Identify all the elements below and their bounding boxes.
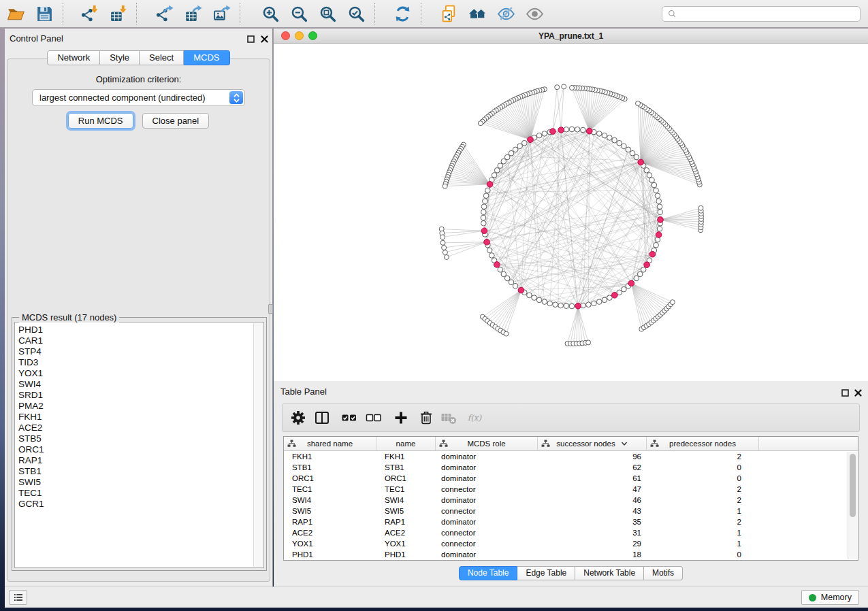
cell-mcds-role: dominator bbox=[436, 496, 538, 504]
add-column-button[interactable] bbox=[393, 410, 409, 426]
optimization-value: largest connected component (undirected) bbox=[39, 93, 206, 103]
table-tab-motifs[interactable]: Motifs bbox=[644, 566, 683, 580]
import-table-button[interactable] bbox=[103, 3, 132, 24]
table-row[interactable]: RAP1RAP1dominator352 bbox=[284, 516, 858, 527]
column-header-name[interactable]: name bbox=[376, 437, 436, 450]
table-row[interactable]: SWI4SWI4dominator462 bbox=[284, 495, 858, 506]
network-canvas[interactable] bbox=[274, 44, 868, 381]
first-neighbors-button[interactable] bbox=[463, 3, 492, 24]
zoom-selected-button[interactable] bbox=[342, 3, 370, 24]
mcds-result-item[interactable]: TEC1 bbox=[15, 488, 254, 499]
export-image-icon bbox=[212, 5, 231, 23]
float-panel-icon[interactable] bbox=[246, 35, 255, 44]
function-builder-button: f(x) bbox=[467, 410, 483, 426]
deselect-all-button[interactable] bbox=[366, 410, 382, 426]
table-scrollbar[interactable] bbox=[848, 452, 857, 559]
mcds-result-item[interactable]: STB5 bbox=[15, 433, 254, 444]
optimization-select[interactable]: largest connected component (undirected) bbox=[32, 89, 245, 106]
mcds-result-list[interactable]: PHD1CAR1STP4TID3YOX1SWI4SRD1PMA2FKH1ACE2… bbox=[14, 322, 264, 568]
mcds-result-item[interactable]: FKH1 bbox=[15, 412, 254, 423]
table-tab-node-table[interactable]: Node Table bbox=[459, 566, 518, 580]
close-table-panel-icon[interactable] bbox=[854, 389, 863, 397]
mcds-result-item[interactable]: STP4 bbox=[15, 346, 254, 357]
table-tab-network-table[interactable]: Network Table bbox=[575, 566, 644, 580]
mcds-result-item[interactable]: GCR1 bbox=[15, 499, 254, 510]
table-row[interactable]: SWI5SWI5connector431 bbox=[284, 506, 858, 516]
splitter-grip[interactable] bbox=[268, 304, 273, 314]
mcds-result-item[interactable]: ACE2 bbox=[15, 423, 254, 433]
table-row[interactable]: YOX1YOX1connector291 bbox=[284, 538, 858, 549]
run-mcds-button[interactable]: Run MCDS bbox=[68, 113, 133, 129]
column-header-mcds-role[interactable]: MCDS role bbox=[436, 437, 538, 450]
panel-menu-button[interactable] bbox=[9, 590, 27, 605]
settings-gear-button[interactable] bbox=[290, 410, 306, 426]
cell-predecessor-nodes: 2 bbox=[647, 496, 759, 504]
mcds-result-item[interactable]: SWI5 bbox=[15, 477, 254, 488]
mcds-result-item[interactable]: ORC1 bbox=[15, 444, 254, 455]
select-all-button[interactable] bbox=[341, 410, 357, 426]
split-columns-button[interactable] bbox=[314, 410, 330, 426]
import-network-button[interactable] bbox=[75, 3, 103, 24]
table-row[interactable]: STB1STB1dominator620 bbox=[284, 462, 858, 473]
tab-mcds[interactable]: MCDS bbox=[184, 50, 229, 65]
mcds-result-item[interactable]: STB1 bbox=[15, 466, 254, 477]
search-box[interactable] bbox=[662, 6, 861, 22]
cell-shared-name: YOX1 bbox=[284, 540, 376, 548]
close-panel-button[interactable]: Close panel bbox=[142, 113, 210, 129]
column-header-predecessor-nodes[interactable]: predecessor nodes bbox=[647, 437, 759, 450]
tab-style[interactable]: Style bbox=[100, 50, 140, 65]
float-table-panel-icon[interactable] bbox=[841, 389, 850, 397]
table-tab-edge-table[interactable]: Edge Table bbox=[517, 566, 575, 580]
export-image-button[interactable] bbox=[207, 3, 236, 24]
mcds-result-title: MCDS result (17 nodes) bbox=[19, 312, 119, 323]
clone-network-button[interactable] bbox=[434, 3, 463, 24]
mcds-result-item[interactable]: SWI4 bbox=[15, 379, 254, 390]
column-header-successor-nodes[interactable]: successor nodes bbox=[538, 437, 647, 450]
search-icon bbox=[667, 9, 678, 20]
zoom-in-button[interactable] bbox=[256, 3, 285, 24]
delete-column-button[interactable] bbox=[418, 410, 434, 426]
hide-detail-button[interactable] bbox=[492, 3, 520, 24]
mcds-result-item[interactable]: PHD1 bbox=[15, 325, 254, 335]
cell-shared-name: ACE2 bbox=[284, 529, 376, 537]
result-scrollbar[interactable] bbox=[253, 323, 263, 567]
mcds-result-item[interactable]: CAR1 bbox=[15, 335, 254, 346]
memory-label: Memory bbox=[821, 593, 852, 602]
column-label: predecessor nodes bbox=[669, 440, 736, 448]
table-row[interactable]: FKH1FKH1dominator962 bbox=[284, 451, 858, 462]
table-row[interactable]: ORC1ORC1dominator610 bbox=[284, 473, 858, 484]
open-folder-button[interactable] bbox=[1, 3, 30, 24]
memory-button[interactable]: Memory bbox=[801, 590, 859, 605]
search-input[interactable] bbox=[678, 6, 860, 22]
mcds-result-item[interactable]: RAP1 bbox=[15, 455, 254, 466]
refresh-button[interactable] bbox=[388, 3, 417, 24]
cell-shared-name: RAP1 bbox=[284, 518, 376, 526]
save-button[interactable] bbox=[30, 3, 59, 24]
table-scrollbar-thumb[interactable] bbox=[850, 454, 856, 517]
zoom-fit-button[interactable] bbox=[313, 3, 342, 24]
zoom-out-button[interactable] bbox=[285, 3, 313, 24]
table-row[interactable]: PHD1PHD1dominator180 bbox=[284, 549, 858, 560]
column-header-shared-name[interactable]: shared name bbox=[284, 437, 376, 450]
table-row[interactable]: TEC1TEC1connector472 bbox=[284, 484, 858, 495]
show-detail-button[interactable] bbox=[520, 3, 549, 24]
cell-successor-nodes: 31 bbox=[538, 529, 647, 537]
tab-select[interactable]: Select bbox=[140, 50, 184, 65]
mcds-result-item[interactable]: TID3 bbox=[15, 357, 254, 368]
close-panel-icon[interactable] bbox=[260, 35, 269, 44]
cell-shared-name: FKH1 bbox=[284, 452, 376, 461]
chevron-down-icon[interactable] bbox=[621, 441, 628, 446]
table-row[interactable]: ACE2ACE2connector311 bbox=[284, 527, 858, 538]
network-window: YPA_prune.txt_1 bbox=[274, 29, 868, 381]
export-network-button[interactable] bbox=[150, 3, 178, 24]
add-column-icon bbox=[393, 410, 409, 426]
toolbar-separator bbox=[374, 3, 376, 24]
mcds-result-item[interactable]: YOX1 bbox=[15, 368, 254, 379]
network-graph[interactable] bbox=[274, 44, 868, 381]
cell-shared-name: TEC1 bbox=[284, 485, 376, 493]
toolbar-separator bbox=[421, 3, 422, 24]
tab-network[interactable]: Network bbox=[47, 50, 100, 65]
mcds-result-item[interactable]: PMA2 bbox=[15, 401, 254, 412]
mcds-result-item[interactable]: SRD1 bbox=[15, 390, 254, 401]
export-table-button[interactable] bbox=[178, 3, 207, 24]
